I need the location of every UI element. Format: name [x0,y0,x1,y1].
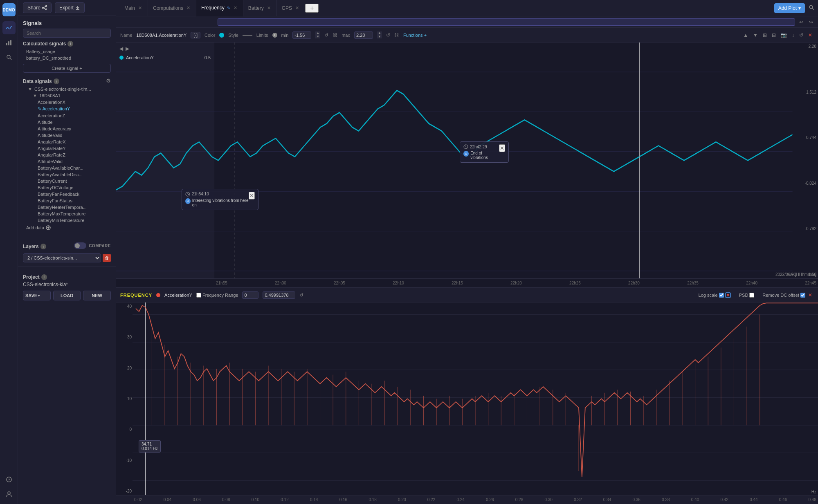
signal-item-battery-usage[interactable]: Battery_usage [23,48,111,55]
data-signals-gear-button[interactable]: ⚙ [106,78,111,84]
tab-frequency-close[interactable]: ✕ [233,4,238,11]
add-plot-chevron-icon: ▾ [798,5,801,11]
nav-search-btn[interactable] [2,51,16,64]
down-icon-btn[interactable]: ▼ [751,31,760,39]
save-button[interactable]: SAVE ▾ [23,291,51,300]
min-value-input[interactable] [292,31,311,39]
ruler-back-button[interactable]: ↩ [798,18,805,26]
tab-main[interactable]: Main ✕ [119,0,148,16]
tab-battery-close[interactable]: ✕ [266,4,272,11]
tree-item-accelerationz[interactable]: AccelerationZ [23,112,111,119]
tree-item-angularratex[interactable]: AngularRateX [23,139,111,145]
functions-button[interactable]: Functions + [403,33,427,38]
toggle-knob [75,243,80,248]
tab-frequency-edit-icon: ✎ [227,6,230,10]
layer-delete-button[interactable]: 🗑 [103,254,111,262]
tab-gps-close[interactable]: ✕ [294,4,300,11]
annotation-1-close[interactable]: ✕ [249,192,255,199]
compare-switch[interactable] [74,242,86,249]
max-reset-button[interactable]: ↺ [386,32,390,38]
share-button[interactable]: Share [23,2,52,13]
limits-link-button[interactable]: ⛓ [333,32,337,38]
export-button[interactable]: Export [55,2,85,13]
screenshot-icon-btn[interactable]: 📷 [779,31,789,39]
tree-item-angularratez[interactable]: AngularRateZ [23,152,111,158]
add-tab-button[interactable]: + [305,4,319,13]
log-scale-checkbox[interactable] [719,293,724,298]
tree-item-css-root[interactable]: ▼ CSS-electronics-single-tim... [23,86,111,92]
tree-item-accelerationy[interactable]: ✎ AccelerationY [23,105,111,112]
minus-button[interactable]: [-] [191,32,200,38]
tab-frequency[interactable]: Frequency ✎ ✕ [196,0,243,16]
time-range-selector[interactable] [218,18,795,26]
tab-main-close[interactable]: ✕ [137,4,143,11]
layers-header: Layers i COMPARE [23,240,111,251]
remove-dc-item: Remove DC offset ✕ [762,291,814,299]
freq-range-checkbox[interactable] [196,293,201,298]
nav-charts-btn[interactable] [2,36,16,49]
psd-checkbox[interactable] [749,293,754,298]
remove-dc-checkbox[interactable] [800,293,805,298]
signal-item-battery-dc[interactable]: battery_DC_smoothed [23,55,111,61]
add-data-button[interactable]: Add data [23,224,54,232]
tree-item-angularratey[interactable]: AngularRateY [23,145,111,152]
add-plot-button[interactable]: Add Plot ▾ [774,3,805,13]
zoom-out-icon-btn[interactable]: ⊟ [770,31,778,39]
nav-user-btn[interactable] [2,488,16,501]
up-icon-btn[interactable]: ▲ [742,31,750,39]
tree-item-altitudeaccuracy[interactable]: AltitudeAccuracy [23,125,111,132]
ruler-forward-button[interactable]: ↪ [807,18,815,26]
annotation-2: ✕ 22h42:29 U End of vibrations [460,141,509,163]
tree-item-batterymintemp[interactable]: BatteryMinTemperature [23,217,111,224]
remove-dc-close-btn[interactable]: ✕ [807,291,814,299]
freq-reset-button[interactable]: ↺ [299,292,303,298]
tree-item-attitudevalid[interactable]: AttitudeValid [23,158,111,165]
tree-item-batteryavailabledisc[interactable]: BatteryAvailableDisc... [23,171,111,178]
max-spin-down[interactable]: ▼ [377,35,382,38]
y-axis-labels: 2.28 1.512 0.744 -0.024 -0.792 -1.56 [798,43,818,278]
export-icon-btn[interactable]: ↓ [790,31,796,39]
nav-signals-btn[interactable] [2,21,16,34]
color-picker-dot[interactable] [219,33,224,38]
tree-item-batteryfanstatus[interactable]: BatteryFanStatus [23,197,111,204]
compare-toggle[interactable]: COMPARE [74,242,111,249]
tab-computations[interactable]: Computations ✕ [148,0,196,16]
freq-y-axis: 40 30 20 10 0 -10 -20 [116,302,133,495]
layer-select[interactable]: 2 / CSS-electronics-sin... [23,253,101,262]
tab-computations-close[interactable]: ✕ [186,4,191,11]
annotation-2-body: U End of vibrations [463,151,499,160]
search-input[interactable] [23,29,111,38]
tree-item-batteryavailablechar[interactable]: BatteryAvailableChar... [23,165,111,171]
max-label: max [342,33,350,38]
max-link-button[interactable]: ⛓ [394,32,399,38]
min-spin-down[interactable]: ▼ [315,35,320,38]
create-signal-button[interactable]: Create signal + [23,64,111,73]
max-spin-up[interactable]: ▲ [377,31,382,35]
svg-point-10 [43,7,44,9]
undo-icon-btn[interactable]: ↺ [798,31,805,39]
global-search-button[interactable] [808,4,815,12]
new-button[interactable]: NEW [83,291,111,300]
tree-item-batterycurrent[interactable]: BatteryCurrent [23,178,111,184]
tree-item-accelerationx[interactable]: AccelerationX [23,99,111,105]
tree-item-batterydcvoltage[interactable]: BatteryDCVoltage [23,184,111,191]
nav-help-btn[interactable]: ? [2,473,16,486]
tree-item-altitudevalid[interactable]: AltitudeValid [23,132,111,139]
close-chart-btn[interactable]: ✕ [807,31,814,39]
load-button[interactable]: LOAD [53,291,81,300]
annotation-2-close[interactable]: ✕ [499,144,505,152]
freq-min-input[interactable] [242,291,258,299]
tab-gps[interactable]: GPS ✕ [277,0,305,16]
freq-max-input[interactable] [263,291,295,299]
tree-item-batteryfanfeedback[interactable]: BatteryFanFeedback [23,191,111,197]
max-value-input[interactable] [354,31,373,39]
tree-item-altitude[interactable]: Altitude [23,119,111,125]
annotation-2-user-icon: U [463,151,469,157]
tree-item-18d508a1[interactable]: ▼ 18D508A1 [23,92,111,99]
tab-battery[interactable]: Battery ✕ [243,0,277,16]
tree-item-batterymaxtemp[interactable]: BatteryMaxTemperature [23,211,111,217]
limits-reset-button[interactable]: ↺ [324,32,328,38]
tree-item-batteryheatertempora[interactable]: BatteryHeaterTempora... [23,204,111,211]
zoom-fit-icon-btn[interactable]: ⊞ [761,31,769,39]
min-spin-up[interactable]: ▲ [315,31,320,35]
